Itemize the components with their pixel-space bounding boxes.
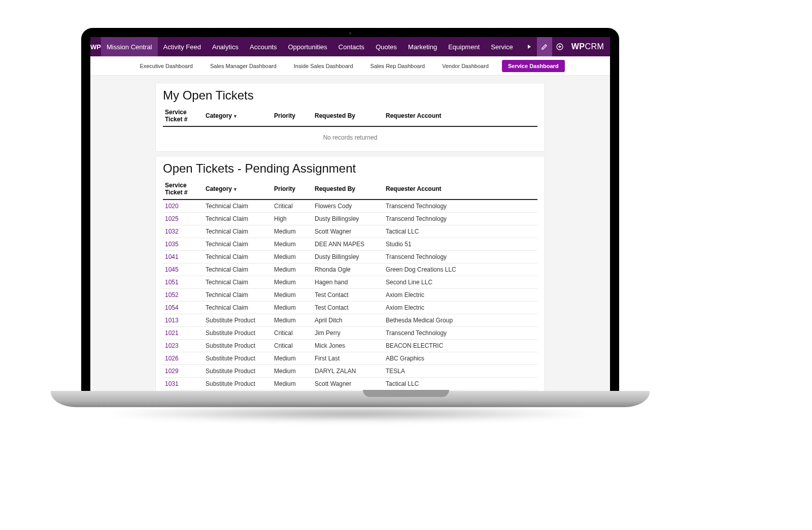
ticket-link[interactable]: 1052 [163,289,204,302]
brand-square[interactable]: WP [90,37,101,56]
cell-priority: Medium [272,289,313,302]
ticket-link[interactable]: 1029 [163,365,204,378]
cell-requester-account: Transcend Technology [384,327,537,340]
table-row: 1054Technical ClaimMediumTest ContactAxi… [163,302,537,314]
cell-priority: Medium [272,352,313,365]
nav-item-marketing[interactable]: Marketing [402,37,443,56]
cell-category: Substitute Product [204,378,272,390]
cell-category: Technical Claim [204,251,272,263]
cell-requester-account: Bethesda Medical Group [384,314,537,327]
cell-requester-account: Tactical LLC [384,378,537,390]
table-row: 1045Technical ClaimMediumRhonda OgleGree… [163,263,537,276]
ticket-link[interactable]: 1020 [163,200,204,213]
table-row: 1021Substitute ProductCriticalJim PerryT… [163,327,537,340]
cell-requested-by: April Ditch [313,314,384,327]
col-header-requester-account[interactable]: Requester Account [384,179,537,200]
cell-requester-account: ABC Graphics [384,352,537,365]
nav-item-contacts[interactable]: Contacts [333,37,370,56]
cell-category: Technical Claim [204,200,272,213]
empty-state: No records returned [163,126,537,148]
cell-priority: Medium [272,225,313,238]
col-header-category[interactable]: Category▼ [204,106,272,126]
cell-category: Substitute Product [204,352,272,365]
cell-category: Technical Claim [204,225,272,238]
ticket-link[interactable]: 1041 [163,251,204,263]
cell-category: Substitute Product [204,340,272,352]
ticket-link[interactable]: 1023 [163,340,204,352]
cell-requested-by: Mick Jones [313,340,384,352]
dashboard-tab-sales-rep-dashboard[interactable]: Sales Rep Dashboard [366,60,429,72]
table-row: 1041Technical ClaimMediumDusty Billingsl… [163,251,537,263]
cell-requested-by: Dusty Billingsley [313,213,384,225]
ticket-link[interactable]: 1051 [163,276,204,289]
pending-tickets-table: Service Ticket # Category▼ Priority Requ… [163,179,537,393]
col-header-category[interactable]: Category▼ [204,179,272,200]
ticket-link[interactable]: 1021 [163,327,204,340]
my-open-tickets-table: Service Ticket # Category▼ Priority Requ… [163,106,537,148]
cell-priority: Medium [272,263,313,276]
cell-category: Technical Claim [204,289,272,302]
table-row: 1026Substitute ProductMediumFirst LastAB… [163,352,537,365]
nav-item-activity-feed[interactable]: Activity Feed [158,37,207,56]
cell-requester-account: BEACON ELECTRIC [384,340,537,352]
ticket-link[interactable]: 1054 [163,302,204,314]
nav-item-service[interactable]: Service [485,37,518,56]
nav-overflow-play-icon[interactable] [522,37,537,56]
cell-priority: Medium [272,365,313,378]
table-row: 1013Substitute ProductMediumApril DitchB… [163,314,537,327]
col-header-requested-by[interactable]: Requested By [313,179,384,200]
cell-requested-by: Flowers Cody [313,200,384,213]
ticket-link[interactable]: 1032 [163,225,204,238]
dashboard-tab-inside-sales-dashboard[interactable]: Inside Sales Dashboard [290,60,357,72]
col-header-priority[interactable]: Priority [272,106,313,126]
cell-category: Technical Claim [204,238,272,251]
cell-requester-account: TESLA [384,365,537,378]
cell-priority: Medium [272,378,313,390]
nav-item-equipment[interactable]: Equipment [443,37,485,56]
cell-requested-by: Hagen hand [313,276,384,289]
brand-text[interactable]: WPCRM [567,42,608,51]
cell-requested-by: Scott Wagner [313,225,384,238]
search-icon[interactable] [608,37,610,56]
cell-category: Substitute Product [204,314,272,327]
nav-item-analytics[interactable]: Analytics [207,37,244,56]
nav-item-accounts[interactable]: Accounts [244,37,282,56]
cell-category: Technical Claim [204,263,272,276]
ticket-link[interactable]: 1026 [163,352,204,365]
ticket-link[interactable]: 1045 [163,263,204,276]
cell-requested-by: Test Contact [313,302,384,314]
dashboard-tab-service-dashboard[interactable]: Service Dashboard [502,60,565,72]
dashboard-tab-sales-manager-dashboard[interactable]: Sales Manager Dashboard [206,60,281,72]
cell-category: Technical Claim [204,276,272,289]
cell-category: Technical Claim [204,213,272,225]
cell-priority: Medium [272,276,313,289]
cell-requested-by: DEE ANN MAPES [313,238,384,251]
dashboard-tab-vendor-dashboard[interactable]: Vendor Dashboard [438,60,493,72]
cell-priority: High [272,213,313,225]
sort-desc-icon: ▼ [233,114,238,119]
nav-item-mission-central[interactable]: Mission Central [101,37,158,56]
cell-priority: Critical [272,340,313,352]
ticket-link[interactable]: 1031 [163,378,204,390]
dashboard-tab-executive-dashboard[interactable]: Executive Dashboard [136,60,197,72]
cell-priority: Medium [272,238,313,251]
nav-item-opportunities[interactable]: Opportunities [282,37,332,56]
table-row: 1023Substitute ProductCriticalMick Jones… [163,340,537,352]
col-header-ticket[interactable]: Service Ticket # [163,179,204,200]
col-header-priority[interactable]: Priority [272,179,313,200]
section-title-my-open: My Open Tickets [163,88,537,103]
my-open-tickets-panel: My Open Tickets Service Ticket # Categor… [155,83,545,152]
col-header-requested-by[interactable]: Requested By [313,106,384,126]
ticket-link[interactable]: 1035 [163,238,204,251]
nav-item-quotes[interactable]: Quotes [370,37,402,56]
ticket-link[interactable]: 1013 [163,314,204,327]
cell-priority: Medium [272,302,313,314]
pending-assignment-panel: Open Tickets - Pending Assignment Servic… [155,156,545,393]
add-icon[interactable] [552,37,567,56]
ticket-link[interactable]: 1025 [163,213,204,225]
cell-requested-by: First Last [313,352,384,365]
col-header-ticket[interactable]: Service Ticket # [163,106,204,126]
table-row: 1035Technical ClaimMediumDEE ANN MAPESSt… [163,238,537,251]
col-header-requester-account[interactable]: Requester Account [384,106,537,126]
edit-icon[interactable] [537,37,552,56]
